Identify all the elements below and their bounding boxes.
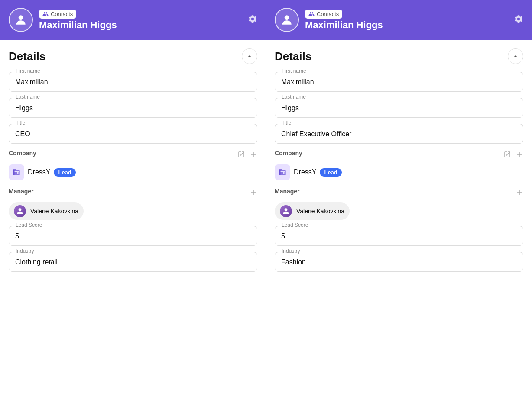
first-name-label-right: First name [280, 68, 308, 74]
header-right: Contacts Maximilian Higgs [266, 0, 532, 40]
lead-score-field-left: Lead Score [9, 226, 257, 246]
manager-avatar-left [14, 205, 26, 217]
company-chip-left[interactable]: DressY Lead [9, 164, 257, 180]
manager-chip-right[interactable]: Valerie Kakovkina [275, 202, 350, 220]
company-badge-left: Lead [54, 168, 75, 177]
title-input-right[interactable] [275, 124, 523, 144]
avatar [9, 8, 33, 32]
company-label-left: Company [9, 150, 36, 157]
svg-point-0 [19, 15, 23, 20]
company-building-icon-right [275, 164, 290, 180]
industry-label-left: Industry [14, 248, 36, 254]
manager-label-right: Manager [275, 188, 300, 195]
company-label-right: Company [275, 150, 302, 157]
content-right: Details First name Last name Title Compa… [266, 40, 532, 405]
contacts-badge-right[interactable]: Contacts [305, 10, 342, 19]
external-link-icon-left[interactable] [237, 151, 245, 161]
header-text-right: Contacts Maximilian Higgs [305, 10, 383, 31]
gear-icon[interactable] [248, 14, 257, 26]
header-left-content: Contacts Maximilian Higgs [9, 8, 117, 32]
first-name-input-right[interactable] [275, 72, 523, 92]
manager-avatar-right [280, 205, 292, 217]
header-right-content: Contacts Maximilian Higgs [275, 8, 383, 32]
contacts-label: Contacts [51, 11, 73, 17]
first-name-field-right: First name [275, 72, 523, 92]
first-name-label-left: First name [14, 68, 42, 74]
header-username-right: Maximilian Higgs [305, 19, 383, 31]
svg-point-3 [285, 208, 288, 211]
manager-label-left: Manager [9, 188, 34, 195]
manager-name-right: Valerie Kakovkina [296, 208, 344, 215]
first-name-field-left: First name [9, 72, 257, 92]
external-link-icon-right[interactable] [503, 151, 511, 161]
last-name-input-right[interactable] [275, 98, 523, 118]
lead-score-label-right: Lead Score [280, 222, 310, 228]
title-field-right: Title [275, 124, 523, 144]
industry-field-left: Industry [9, 252, 257, 272]
add-company-icon-right[interactable] [516, 151, 523, 161]
lead-score-field-right: Lead Score [275, 226, 523, 246]
last-name-field-left: Last name [9, 98, 257, 118]
company-name-left: DressY [28, 168, 50, 176]
manager-chip-left[interactable]: Valerie Kakovkina [9, 202, 84, 220]
add-manager-icon-right[interactable] [516, 189, 523, 199]
collapse-button-right[interactable] [508, 48, 523, 64]
manager-row-right: Manager [275, 188, 523, 199]
company-row-right: Company [275, 150, 523, 161]
svg-point-2 [285, 15, 289, 20]
company-actions-left [237, 151, 257, 161]
collapse-button-left[interactable] [242, 48, 257, 64]
last-name-input-left[interactable] [9, 98, 257, 118]
panel-left: Contacts Maximilian Higgs Details First … [0, 0, 266, 405]
contacts-badge[interactable]: Contacts [39, 10, 76, 19]
company-chip-right[interactable]: DressY Lead [275, 164, 523, 180]
gear-icon-right[interactable] [514, 14, 523, 26]
panel-right: Contacts Maximilian Higgs Details First … [266, 0, 532, 405]
last-name-label-right: Last name [280, 94, 308, 100]
last-name-label-left: Last name [14, 94, 42, 100]
svg-point-1 [19, 208, 22, 211]
manager-row-left: Manager [9, 188, 257, 199]
industry-label-right: Industry [280, 248, 302, 254]
avatar-right [275, 8, 299, 32]
first-name-input-left[interactable] [9, 72, 257, 92]
add-manager-icon-left[interactable] [250, 189, 257, 199]
manager-name-left: Valerie Kakovkina [30, 208, 78, 215]
title-field-left: Title [9, 124, 257, 144]
lead-score-input-right[interactable] [275, 226, 523, 246]
header-left: Contacts Maximilian Higgs [0, 0, 266, 40]
company-row-left: Company [9, 150, 257, 161]
title-label-left: Title [14, 120, 27, 126]
last-name-field-right: Last name [275, 98, 523, 118]
industry-input-left[interactable] [9, 252, 257, 272]
details-title-left: Details [9, 50, 45, 63]
header-text: Contacts Maximilian Higgs [39, 10, 117, 31]
section-header-right: Details [275, 48, 523, 64]
lead-score-label-left: Lead Score [14, 222, 44, 228]
add-company-icon-left[interactable] [250, 151, 257, 161]
header-username: Maximilian Higgs [39, 19, 117, 31]
company-building-icon-left [9, 164, 24, 180]
company-badge-right: Lead [320, 168, 341, 177]
content-left: Details First name Last name Title Compa… [0, 40, 266, 405]
industry-field-right: Industry [275, 252, 523, 272]
title-input-left[interactable] [9, 124, 257, 144]
company-actions-right [503, 151, 523, 161]
details-title-right: Details [275, 50, 311, 63]
title-label-right: Title [280, 120, 293, 126]
contacts-label-right: Contacts [317, 11, 339, 17]
section-header-left: Details [9, 48, 257, 64]
lead-score-input-left[interactable] [9, 226, 257, 246]
industry-input-right[interactable] [275, 252, 523, 272]
company-name-right: DressY [294, 168, 316, 176]
